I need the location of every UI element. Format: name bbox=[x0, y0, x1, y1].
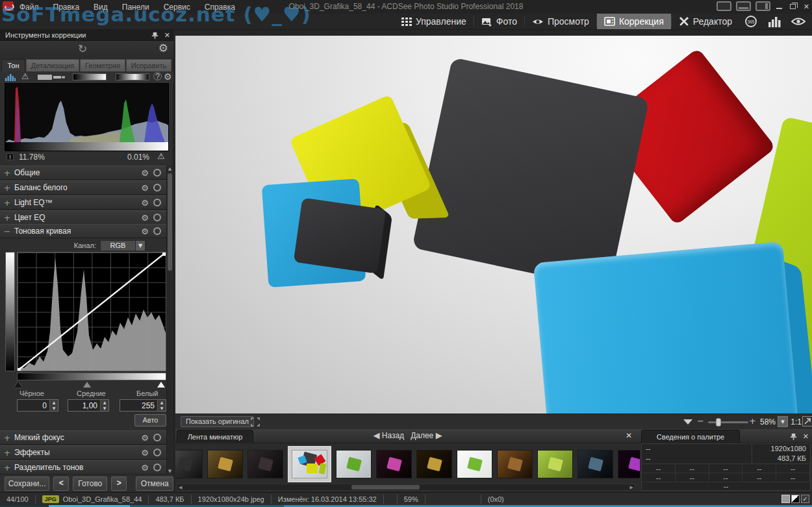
black-point-slider[interactable] bbox=[14, 382, 22, 388]
expand-icon[interactable]: + bbox=[3, 463, 11, 473]
scroll-down-icon[interactable]: ▼ bbox=[167, 469, 173, 474]
histogram-icon[interactable] bbox=[5, 73, 16, 81]
panel-scrollbar[interactable]: ▲ ▼ bbox=[166, 166, 172, 475]
done-button[interactable]: Готово bbox=[73, 476, 107, 491]
zoom-level[interactable]: 58% bbox=[760, 417, 776, 427]
fullscreen-corners-icon[interactable] bbox=[251, 417, 260, 427]
help-icon[interactable]: ? bbox=[153, 72, 162, 80]
back-button[interactable]: Назад bbox=[382, 431, 404, 440]
mode-button-коррекция[interactable]: Коррекция bbox=[597, 14, 671, 29]
thumbnail-green-apple-cube[interactable] bbox=[457, 450, 492, 478]
section-toggle-icon[interactable] bbox=[153, 184, 161, 192]
close-palette-icon[interactable]: ✕ bbox=[803, 433, 809, 441]
mode-button-редактор[interactable]: Редактор bbox=[672, 14, 739, 29]
zoom-preset-dropdown[interactable]: ▼ bbox=[778, 416, 788, 427]
scroll-right-icon[interactable]: ▶ bbox=[630, 485, 633, 490]
image-viewport[interactable] bbox=[175, 36, 812, 414]
pin-icon[interactable] bbox=[789, 432, 798, 441]
menu-вид[interactable]: Вид bbox=[94, 3, 108, 12]
layout-single-icon[interactable] bbox=[717, 1, 731, 11]
section-row-эффекты[interactable]: +Эффекты⚙ bbox=[0, 445, 166, 460]
white-value[interactable]: 255 bbox=[120, 400, 157, 411]
thumbnail-magenta-cube[interactable] bbox=[376, 450, 412, 478]
back-arrow-icon[interactable]: ◀ bbox=[373, 430, 379, 440]
section-row-tone-curve[interactable]: − Тоновая кривая ⚙ bbox=[0, 224, 166, 238]
checkmark-icon[interactable]: ✓ bbox=[801, 495, 809, 503]
pin-icon[interactable] bbox=[151, 31, 159, 40]
channel-select[interactable]: RGB ▼ bbox=[100, 240, 146, 251]
section-row-баланс-белого[interactable]: +Баланс белого⚙ bbox=[0, 180, 166, 195]
expand-icon[interactable]: + bbox=[3, 198, 11, 208]
dashboard-chart-icon[interactable] bbox=[763, 14, 786, 29]
quick-view-eye-icon[interactable] bbox=[786, 14, 811, 29]
chevron-down-icon[interactable]: ▼ bbox=[135, 241, 145, 251]
filmstrip-scroll-thumb[interactable] bbox=[351, 485, 420, 489]
expand-icon[interactable]: + bbox=[3, 213, 11, 223]
panel-settings-gear-icon[interactable]: ⚙ bbox=[159, 42, 168, 55]
thumbnail-selected-frame[interactable] bbox=[288, 446, 331, 482]
gray-swatch-icon[interactable] bbox=[781, 495, 790, 503]
thumbnail-green-mosaic[interactable] bbox=[537, 450, 573, 478]
shadow-clip-icon[interactable]: ! bbox=[6, 153, 14, 160]
actual-size-button[interactable]: 1:1 bbox=[791, 417, 802, 427]
section-gear-icon[interactable]: ⚙ bbox=[141, 448, 149, 458]
section-toggle-icon[interactable] bbox=[153, 214, 161, 221]
section-toggle-icon[interactable] bbox=[153, 227, 161, 235]
tab-тон[interactable]: Тон bbox=[1, 59, 25, 71]
mode-button-просмотр[interactable]: Просмотр bbox=[525, 14, 596, 29]
scroll-up-icon[interactable]: ▲ bbox=[167, 166, 173, 171]
layout-bottom-panel-icon[interactable] bbox=[736, 1, 751, 11]
thumbnail-rainbow-cube[interactable] bbox=[618, 450, 640, 478]
thumbnail-color-cubes[interactable] bbox=[292, 450, 327, 478]
section-gear-icon[interactable]: ⚙ bbox=[141, 463, 149, 473]
show-original-button[interactable]: Показать оригинал bbox=[181, 416, 254, 427]
section-row-общие[interactable]: +Общие⚙ bbox=[0, 166, 166, 180]
thumbnail-golden-dice[interactable] bbox=[207, 450, 243, 478]
expand-icon[interactable]: + bbox=[3, 448, 11, 458]
midtones-gradient-strip[interactable] bbox=[116, 73, 149, 80]
collapse-icon[interactable]: − bbox=[3, 227, 11, 236]
section-gear-icon[interactable]: ⚙ bbox=[141, 183, 149, 193]
close-button[interactable]: ✕ bbox=[804, 3, 809, 11]
contrast-swatch-icon[interactable] bbox=[791, 495, 800, 503]
zoom-slider[interactable] bbox=[708, 421, 748, 423]
black-spinner[interactable]: ▲▼ bbox=[49, 400, 58, 411]
section-gear-icon[interactable]: ⚙ bbox=[141, 168, 149, 178]
highlight-clip-icon[interactable]: ⚠ bbox=[157, 151, 165, 161]
section-toggle-icon[interactable] bbox=[153, 449, 161, 456]
acdsee-365-icon[interactable]: 365 bbox=[739, 14, 763, 29]
forward-arrow-icon[interactable]: ▶ bbox=[436, 430, 442, 440]
thumbnail-black-crumpled[interactable] bbox=[247, 450, 283, 478]
save-button[interactable]: Сохрани... bbox=[5, 476, 49, 491]
cancel-button[interactable]: Отмена bbox=[136, 476, 173, 491]
layout-right-panel-icon[interactable] bbox=[755, 1, 770, 11]
white-point-input[interactable]: 255 ▲▼ bbox=[120, 399, 166, 412]
strip-settings-gear-icon[interactable]: ⚙ bbox=[164, 71, 172, 82]
filmstrip-scrollbar[interactable]: ◀ ▶ bbox=[177, 484, 635, 491]
tab-детализация[interactable]: Детализация bbox=[26, 59, 79, 71]
expand-icon[interactable]: + bbox=[3, 168, 11, 178]
thumbnail-dark-cube-closeup[interactable] bbox=[175, 450, 203, 478]
zoom-in-icon[interactable]: + bbox=[749, 416, 756, 426]
expand-icon[interactable]: + bbox=[3, 183, 11, 193]
menu-панели[interactable]: Панели bbox=[122, 3, 149, 12]
fit-image-button[interactable] bbox=[802, 416, 812, 427]
section-gear-icon[interactable]: ⚙ bbox=[141, 213, 149, 223]
section-row-цвет-eq[interactable]: +Цвет EQ⚙ bbox=[0, 210, 166, 225]
white-point-slider[interactable] bbox=[157, 382, 165, 388]
zoom-dropdown-icon[interactable] bbox=[683, 419, 692, 425]
mid-spinner[interactable]: ▲▼ bbox=[100, 400, 108, 411]
black-point-input[interactable]: 0 ▲▼ bbox=[17, 399, 58, 412]
menu-файл[interactable]: Файл bbox=[19, 3, 39, 12]
auto-button[interactable]: Авто bbox=[134, 414, 166, 427]
section-toggle-icon[interactable] bbox=[153, 169, 161, 177]
section-row-разделитель-тонов[interactable]: +Разделитель тонов⚙ bbox=[0, 460, 166, 475]
thumbnail-water-splash[interactable] bbox=[577, 450, 613, 478]
brush-icon[interactable] bbox=[38, 74, 65, 80]
mode-button-фото[interactable]: Фото bbox=[474, 14, 524, 29]
scroll-left-icon[interactable]: ◀ bbox=[179, 485, 182, 490]
thumbnail-gold-symbols[interactable] bbox=[416, 450, 452, 478]
midpoint-slider[interactable] bbox=[83, 382, 91, 388]
exposure-warning-icon[interactable]: ⚠ bbox=[21, 71, 29, 81]
thumbnail-table-figures[interactable] bbox=[497, 450, 533, 478]
